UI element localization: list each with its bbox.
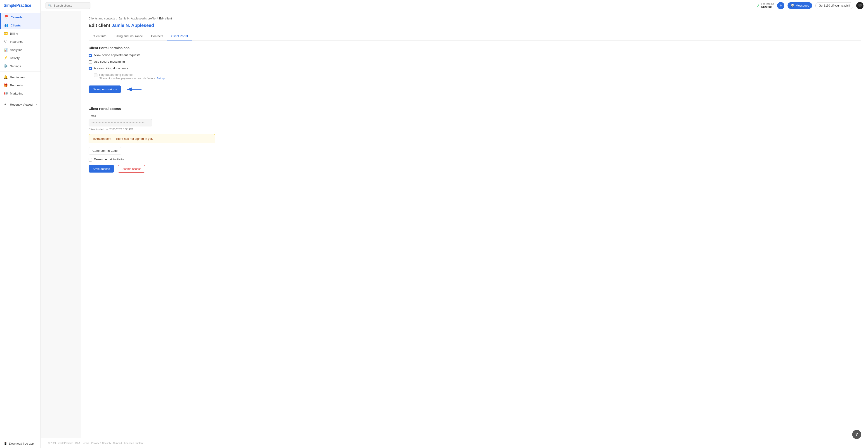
phone-icon: 📱: [4, 442, 7, 445]
warning-banner: Invitation sent — client has not signed …: [89, 134, 215, 143]
download-app-label: Download free app: [9, 442, 34, 445]
activity-icon: ⚡: [4, 56, 8, 60]
access-billing-label: Access billing documents: [94, 66, 128, 70]
permission-allow-online: Allow online appointment requests: [89, 53, 861, 57]
topbar: 🔍 ↗ Feb income $120.00 + 💬 Messages Get …: [41, 0, 868, 11]
disable-access-button[interactable]: Disable access: [118, 165, 145, 173]
arrow-annotation: [125, 87, 143, 92]
download-app-button[interactable]: 📱 Download free app: [4, 442, 37, 445]
main-content: Clients and contacts / Jamie N. Applesee…: [81, 11, 868, 448]
sidebar-item-clients[interactable]: 👥 Clients: [0, 21, 40, 29]
access-billing-checkbox[interactable]: [89, 67, 92, 70]
sidebar-divider: [0, 71, 40, 72]
footer: © 2024 SimplePractice · BAA · Terms · Pr…: [41, 438, 868, 448]
save-access-button[interactable]: Save access: [89, 165, 114, 173]
requests-icon: 🎁: [4, 83, 8, 87]
sidebar-item-label: Analytics: [10, 48, 22, 52]
recently-viewed-label: Recently Viewed: [10, 103, 33, 106]
sidebar-item-label: Activity: [10, 56, 20, 60]
search-box[interactable]: 🔍: [45, 2, 90, 9]
access-title: Client Portal access: [89, 107, 861, 111]
tab-billing-insurance[interactable]: Billing and Insurance: [111, 32, 147, 40]
access-actions: Save access Disable access: [89, 165, 861, 173]
chevron-right-icon: ›: [36, 103, 37, 106]
tab-client-portal[interactable]: Client Portal: [167, 32, 192, 40]
help-button[interactable]: ?: [852, 430, 861, 439]
allow-online-label: Allow online appointment requests: [94, 53, 141, 57]
section-divider: [89, 101, 861, 101]
breadcrumb-sep-1: /: [116, 17, 117, 20]
save-permissions-row: Save permissions: [89, 86, 861, 93]
logo: SimplePractice: [0, 0, 40, 11]
sidebar-item-marketing[interactable]: 📢 Marketing: [0, 89, 40, 97]
sidebar-divider-2: [0, 99, 40, 99]
sidebar-item-label: Calendar: [11, 16, 24, 19]
sidebar-item-analytics[interactable]: 📊 Analytics: [0, 46, 40, 54]
sidebar-item-calendar[interactable]: 📅 Calendar: [0, 13, 40, 21]
sidebar-item-label: Marketing: [10, 92, 23, 95]
sidebar-item-label: Clients: [11, 24, 21, 27]
marketing-icon: 📢: [4, 91, 8, 95]
sidebar-item-label: Reminders: [10, 76, 25, 79]
pay-balance-checkbox[interactable]: [94, 73, 97, 77]
tab-client-info[interactable]: Client Info: [89, 32, 111, 40]
add-button[interactable]: +: [777, 2, 784, 9]
analytics-icon: 📊: [4, 48, 8, 52]
breadcrumb-clients[interactable]: Clients and contacts: [89, 17, 115, 20]
permission-pay-balance: Pay outstanding balance Sign up for onli…: [94, 73, 861, 80]
sidebar-item-label: Requests: [10, 84, 23, 87]
resend-email-item: Resend email invitation: [89, 158, 861, 161]
breadcrumb-profile[interactable]: Jamie N. Appleseed's profile: [119, 17, 156, 20]
sidebar-item-reminders[interactable]: 🔔 Reminders: [0, 73, 40, 81]
reminders-icon: 🔔: [4, 75, 8, 79]
generate-pin-button[interactable]: Generate Pin Code: [89, 147, 121, 154]
title-prefix: Edit client: [89, 23, 110, 28]
resend-email-label: Resend email invitation: [94, 158, 125, 161]
feb-income: ↗ Feb income $120.00: [756, 2, 774, 8]
clients-icon: 👥: [4, 23, 8, 27]
save-permissions-button[interactable]: Save permissions: [89, 86, 121, 93]
logo-text: SimplePractice: [4, 3, 37, 8]
pay-balance-subtext: Sign up for online payments to use this …: [99, 77, 164, 80]
bill-button[interactable]: Get $150 off your next bill: [815, 2, 853, 9]
secure-messaging-checkbox[interactable]: [89, 60, 92, 64]
avatar[interactable]: 🖤: [856, 2, 864, 9]
messages-label: Messages: [796, 4, 809, 7]
settings-icon: ⚙️: [4, 64, 8, 68]
allow-online-checkbox[interactable]: [89, 54, 92, 57]
resend-email-checkbox[interactable]: [89, 158, 92, 161]
tab-contacts[interactable]: Contacts: [147, 32, 167, 40]
messages-icon: 💬: [791, 4, 794, 7]
footer-text: © 2024 SimplePractice · BAA · Terms · Pr…: [48, 442, 143, 444]
eye-icon: 👁: [4, 102, 8, 107]
sidebar-item-recently-viewed[interactable]: 👁 Recently Viewed ›: [0, 100, 40, 109]
insurance-icon: 🛡: [4, 39, 8, 43]
sidebar: SimplePractice 📅 Calendar 👥 Clients 💳 Bi…: [0, 0, 41, 448]
sidebar-item-requests[interactable]: 🎁 Requests: [0, 81, 40, 89]
sidebar-item-label: Settings: [10, 64, 21, 68]
sidebar-bottom: 📱 Download free app: [0, 439, 40, 448]
permissions-group: Allow online appointment requests Use se…: [89, 53, 861, 80]
permissions-title: Client Portal permissions: [89, 46, 861, 50]
sidebar-item-billing[interactable]: 💳 Billing: [0, 29, 40, 37]
breadcrumb: Clients and contacts / Jamie N. Applesee…: [89, 17, 861, 20]
tabs: Client Info Billing and Insurance Contac…: [89, 32, 861, 40]
sidebar-item-label: Insurance: [10, 40, 23, 43]
feb-income-value: $120.00: [761, 5, 774, 8]
secure-messaging-label: Use secure messaging: [94, 60, 125, 63]
email-field: ••••••••••••••••••••••••••••••••••••: [89, 119, 152, 126]
search-icon: 🔍: [48, 4, 52, 7]
permission-access-billing: Access billing documents: [89, 66, 861, 70]
setup-link[interactable]: Set up: [157, 77, 164, 80]
sidebar-item-activity[interactable]: ⚡ Activity: [0, 54, 40, 62]
client-name-value: Jamie N. Appleseed: [112, 23, 154, 28]
messages-button[interactable]: 💬 Messages: [787, 2, 812, 9]
search-input[interactable]: [54, 4, 88, 7]
breadcrumb-current: Edit client: [159, 17, 172, 20]
sidebar-item-settings[interactable]: ⚙️ Settings: [0, 62, 40, 70]
sidebar-item-label: Billing: [10, 32, 18, 35]
email-label: Email: [89, 114, 861, 118]
pay-balance-label: Pay outstanding balance: [99, 73, 133, 77]
page-title: Edit client Jamie N. Appleseed: [89, 23, 861, 28]
sidebar-item-insurance[interactable]: 🛡 Insurance: [0, 37, 40, 46]
